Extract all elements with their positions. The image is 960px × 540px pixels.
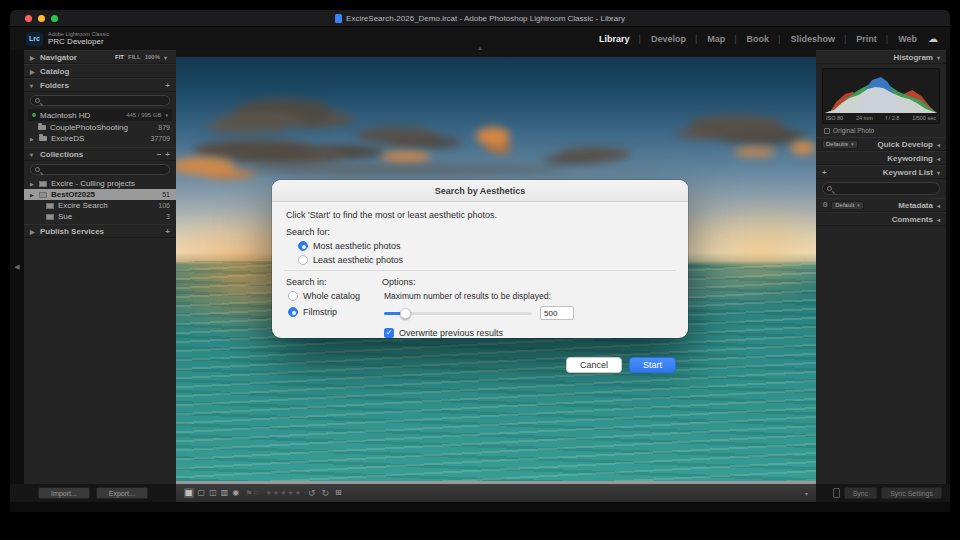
collection-row-bestof2025[interactable]: ▶ BestOf2025 51 (24, 189, 176, 200)
disclosure-triangle-icon[interactable]: ▾ (30, 151, 36, 158)
grid-view-icon[interactable]: ▦ (184, 488, 194, 498)
disclosure-triangle-icon[interactable]: ▶ (30, 68, 36, 75)
folder-row-excireds[interactable]: ▶ ExcireDS 37709 (24, 133, 176, 144)
keyword-filter-input[interactable] (822, 182, 940, 195)
disclosure-triangle-icon[interactable]: ▾ (30, 82, 36, 89)
slider-thumb[interactable] (400, 308, 411, 319)
radio-whole-catalog[interactable]: Whole catalog (288, 291, 382, 301)
disclosure-triangle-icon[interactable]: ◂ (937, 141, 940, 148)
add-keyword-icon[interactable] (822, 168, 827, 177)
disclosure-triangle-icon[interactable]: ▶ (30, 136, 35, 142)
module-map[interactable]: Map (702, 34, 741, 44)
quick-develop-header[interactable]: Defaults ▾ Quick Develop ◂ (816, 137, 946, 151)
disclosure-triangle-icon[interactable]: ▾ (937, 54, 940, 61)
histogram-display[interactable]: ISO 80 24 mm f / 2.8 1/500 sec (822, 68, 940, 124)
radio-most-aesthetic[interactable]: Most aesthetic photos (298, 241, 674, 251)
catalog-header[interactable]: ▶ Catalog (24, 64, 176, 78)
metadata-header[interactable]: ⚙ Default ▾ Metadata ◂ (816, 198, 946, 212)
dialog-title: Search by Aesthetics (272, 180, 688, 202)
navigator-header[interactable]: ▶ Navigator FIT FILL 100% ▾ (24, 50, 176, 64)
publish-services-header[interactable]: ▶ Publish Services (24, 224, 176, 238)
radio-button-icon[interactable] (298, 255, 308, 265)
left-panel-collapse-icon[interactable]: ◀ (14, 263, 19, 271)
keyword-list-header[interactable]: Keyword List ▾ (816, 165, 946, 179)
disclosure-triangle-icon[interactable]: ◂ (937, 155, 940, 162)
sync-button[interactable]: Sync (844, 487, 878, 499)
disclosure-triangle-icon[interactable]: ◂ (937, 202, 940, 209)
collections-header[interactable]: ▾ Collections (24, 147, 176, 161)
disclosure-triangle-icon[interactable]: ▶ (30, 228, 36, 235)
survey-view-icon[interactable]: ▥ (221, 488, 229, 498)
flag-pick-icon[interactable]: ⚑⚐ (245, 489, 259, 498)
start-button[interactable]: Start (629, 357, 676, 373)
search-in-label: Search in: (286, 277, 382, 287)
module-print[interactable]: Print (851, 34, 893, 44)
radio-button-icon[interactable] (288, 291, 298, 301)
metadata-preset-dropdown[interactable]: Default ▾ (831, 201, 864, 210)
overwrite-results-option[interactable]: ✓ Overwrite previous results (384, 328, 674, 338)
radio-least-aesthetic[interactable]: Least aesthetic photos (298, 255, 674, 265)
radio-label: Whole catalog (303, 291, 360, 301)
add-folder-icon[interactable] (165, 81, 170, 90)
add-publish-service-icon[interactable] (165, 227, 170, 236)
toolbar-options-icon[interactable]: ▾ (805, 490, 808, 497)
cloud-sync-icon[interactable]: ☁ (928, 33, 938, 44)
zoom-dropdown-icon[interactable]: ▾ (164, 54, 170, 61)
checkbox-checked-icon[interactable]: ✓ (384, 328, 394, 338)
folder-row-couplephotoshooting[interactable]: CouplePhotoShooting 879 (24, 122, 176, 133)
collection-row-sue[interactable]: Sue 3 (24, 211, 176, 222)
people-view-icon[interactable]: ◉ (232, 488, 239, 498)
disclosure-triangle-icon[interactable]: ▶ (30, 192, 35, 198)
module-web[interactable]: Web (893, 34, 922, 44)
star-rating-control[interactable]: ★★★★★ (266, 489, 302, 497)
module-slideshow[interactable]: Slideshow (785, 34, 851, 44)
export-button[interactable]: Export... (96, 487, 148, 499)
zoom-fit-option[interactable]: FIT (115, 54, 124, 60)
radio-button-icon[interactable] (298, 241, 308, 251)
add-collection-icon[interactable] (165, 150, 170, 159)
comments-header[interactable]: Comments ◂ (816, 212, 946, 226)
left-panel-edge[interactable]: ◀ (10, 50, 24, 484)
import-button[interactable]: Import... (38, 487, 90, 499)
filmstrip-area (10, 502, 950, 512)
folders-header[interactable]: ▾ Folders (24, 78, 176, 92)
disclosure-triangle-icon[interactable]: ▶ (30, 54, 36, 61)
saved-preset-dropdown[interactable]: Defaults ▾ (822, 140, 858, 149)
panel-toggle-icon[interactable] (833, 488, 840, 498)
histogram-header[interactable]: Histogram ▾ (816, 50, 946, 64)
loupe-view-icon[interactable]: ▢ (198, 488, 206, 498)
collection-count: 3 (166, 213, 170, 220)
disclosure-triangle-icon[interactable]: ◂ (937, 216, 940, 223)
zoom-fill-option[interactable]: FILL (128, 54, 141, 60)
folders-search-input[interactable] (30, 95, 170, 106)
volume-menu-icon[interactable]: ▾ (165, 112, 168, 118)
max-results-slider[interactable] (384, 312, 532, 315)
rotate-left-icon[interactable]: ↺ (308, 488, 316, 498)
cancel-button[interactable]: Cancel (566, 357, 622, 373)
compare-view-icon[interactable]: ◫ (209, 488, 217, 498)
gear-icon[interactable]: ⚙ (822, 201, 828, 209)
original-photo-checkbox[interactable] (824, 128, 830, 134)
remove-collection-icon[interactable] (157, 150, 162, 159)
folders-label: Folders (40, 81, 69, 90)
module-book[interactable]: Book (742, 34, 786, 44)
sync-settings-button[interactable]: Sync Settings (881, 487, 942, 499)
top-panel-collapse-icon[interactable]: ▲ (477, 45, 483, 51)
radio-filmstrip[interactable]: Filmstrip (288, 307, 382, 317)
radio-button-icon[interactable] (288, 307, 298, 317)
collection-count: 106 (158, 202, 170, 209)
disclosure-triangle-icon[interactable]: ▶ (30, 181, 35, 187)
volume-browser[interactable]: Macintosh HD 445 / 995 GB ▾ (28, 109, 172, 121)
keywording-header[interactable]: Keywording ◂ (816, 151, 946, 165)
max-results-input[interactable] (540, 306, 574, 320)
collection-row-excire-search[interactable]: Excire Search 106 (24, 200, 176, 211)
collection-row-culling-projects[interactable]: ▶ Excire - Culling projects (24, 178, 176, 189)
right-panel-edge[interactable] (946, 50, 950, 484)
module-library[interactable]: Library (594, 34, 646, 44)
thumbnail-size-icon[interactable]: ⊞ (335, 488, 342, 498)
zoom-level-option[interactable]: 100% (145, 54, 160, 60)
disclosure-triangle-icon[interactable]: ▾ (937, 169, 940, 176)
rotate-right-icon[interactable]: ↻ (322, 488, 330, 498)
module-develop[interactable]: Develop (646, 34, 702, 44)
collections-search-input[interactable] (30, 164, 170, 175)
